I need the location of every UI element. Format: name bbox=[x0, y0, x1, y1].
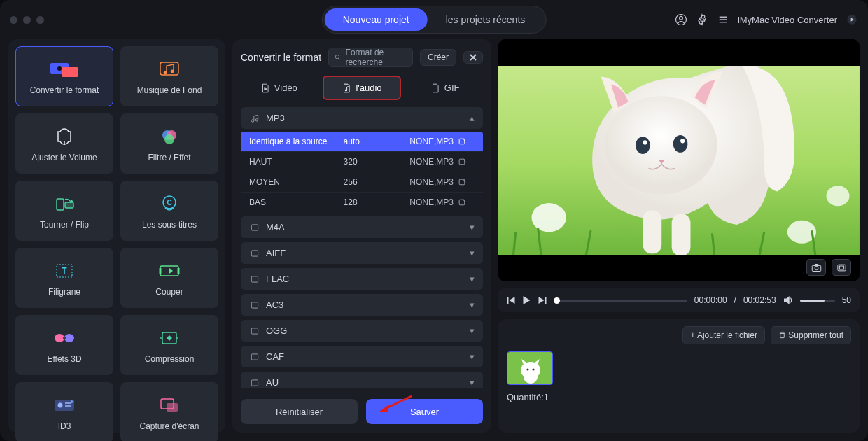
minimize-window-icon[interactable] bbox=[23, 16, 31, 24]
reset-button[interactable]: Réinitialiser bbox=[241, 399, 358, 424]
tool-filtre-effet[interactable]: Filtre / Effet bbox=[120, 113, 218, 174]
preset-row[interactable]: HAUT 320 NONE,MP3 bbox=[241, 151, 483, 172]
queue-count: Quantité:1 bbox=[507, 392, 851, 402]
svg-rect-54 bbox=[251, 224, 258, 230]
create-button[interactable]: Créer bbox=[420, 49, 456, 66]
tool-compression[interactable]: Compression bbox=[120, 315, 218, 375]
close-window-icon[interactable] bbox=[10, 16, 18, 24]
edit-preset-icon[interactable] bbox=[458, 137, 475, 146]
tab-nouveau-projet[interactable]: Nouveau projet bbox=[325, 8, 428, 31]
tool-id3[interactable]: ID3 bbox=[15, 382, 113, 441]
tool-capture-ecran[interactable]: Capture d'écran bbox=[120, 382, 218, 441]
svg-point-10 bbox=[57, 66, 62, 71]
id3-icon bbox=[52, 393, 76, 417]
svg-marker-87 bbox=[524, 296, 531, 304]
volume-value: 50 bbox=[842, 295, 851, 305]
close-icon bbox=[470, 54, 477, 61]
svg-point-37 bbox=[58, 403, 63, 408]
category-ogg[interactable]: OGG▾ bbox=[241, 320, 483, 342]
svg-point-96 bbox=[524, 371, 538, 384]
svg-rect-73 bbox=[672, 214, 691, 256]
edit-preset-icon[interactable] bbox=[458, 158, 475, 167]
zoom-window-icon[interactable] bbox=[36, 16, 44, 24]
category-aiff[interactable]: AIFF▾ bbox=[241, 242, 483, 264]
edit-preset-icon[interactable] bbox=[458, 178, 475, 187]
seek-slider[interactable] bbox=[554, 300, 687, 302]
tool-label: Les sous-titres bbox=[142, 220, 197, 230]
account-icon[interactable] bbox=[675, 13, 687, 26]
svg-point-98 bbox=[532, 368, 534, 370]
time-current: 00:00:00 bbox=[694, 295, 727, 305]
category-flac[interactable]: FLAC▾ bbox=[241, 268, 483, 290]
tool-couper[interactable]: Couper bbox=[120, 248, 218, 308]
tool-convertir-le-format[interactable]: Convertir le format bbox=[15, 46, 113, 106]
remove-all-button[interactable]: Supprimer tout bbox=[771, 326, 851, 344]
close-panel-button[interactable] bbox=[463, 51, 483, 64]
mute-button[interactable] bbox=[783, 296, 793, 304]
svg-rect-84 bbox=[839, 266, 844, 270]
chevron-down-icon: ▾ bbox=[470, 377, 475, 388]
playback-bar: 00:00:00 / 00:02:53 50 bbox=[498, 288, 860, 312]
music-icon bbox=[158, 57, 181, 81]
tool-effets-3d[interactable]: Effets 3D bbox=[15, 315, 113, 375]
svg-rect-85 bbox=[507, 297, 509, 304]
svg-rect-9 bbox=[62, 67, 78, 77]
svg-point-42 bbox=[335, 55, 339, 58]
rotate-icon bbox=[53, 192, 76, 216]
chevron-down-icon: ▾ bbox=[470, 222, 475, 232]
svg-rect-55 bbox=[251, 250, 258, 255]
tool-label: Effets 3D bbox=[47, 354, 81, 364]
format-search-input[interactable]: Format de recherche bbox=[328, 48, 413, 67]
trash-icon bbox=[778, 331, 786, 339]
file-video-icon bbox=[260, 83, 270, 93]
svg-rect-91 bbox=[780, 333, 785, 337]
app-play-icon[interactable] bbox=[846, 13, 858, 26]
svg-text:T: T bbox=[62, 266, 67, 276]
tool-sous-titres[interactable]: C Les sous-titres bbox=[120, 181, 218, 241]
tool-tourner-flip[interactable]: Tourner / Flip bbox=[15, 181, 113, 241]
svg-point-48 bbox=[251, 119, 254, 122]
preset-row[interactable]: BAS 128 NONE,MP3 bbox=[241, 192, 483, 212]
svg-rect-59 bbox=[251, 354, 258, 359]
tool-musique-de-fond[interactable]: Musique de Fond bbox=[120, 46, 218, 106]
snapshot-button[interactable] bbox=[806, 259, 826, 276]
add-file-button[interactable]: + Ajouter le fichier bbox=[682, 326, 765, 344]
edit-preset-icon[interactable] bbox=[458, 198, 475, 207]
titlebar: Nouveau projet les projets récents iMyMa… bbox=[0, 0, 868, 39]
fullscreen-button[interactable] bbox=[832, 259, 851, 276]
svg-point-49 bbox=[255, 118, 258, 121]
volume-slider[interactable] bbox=[800, 300, 835, 302]
prev-button[interactable] bbox=[507, 296, 516, 304]
play-button[interactable] bbox=[523, 296, 531, 304]
category-m4a[interactable]: M4A▾ bbox=[241, 216, 483, 238]
category-ac3[interactable]: AC3▾ bbox=[241, 294, 483, 316]
preset-row[interactable]: MOYEN 256 NONE,MP3 bbox=[241, 172, 483, 192]
tool-filigrane[interactable]: T Filigrane bbox=[15, 248, 113, 308]
queue-thumb[interactable] bbox=[507, 351, 553, 385]
tab-gif[interactable]: GIF bbox=[407, 76, 483, 100]
preset-row[interactable]: Identique à la source auto NONE,MP3 bbox=[241, 132, 483, 151]
category-mp3[interactable]: MP3 ▴ bbox=[241, 107, 483, 129]
app-title: iMyMac Video Converter bbox=[738, 15, 837, 25]
play-icon bbox=[523, 296, 531, 304]
file-gif-icon bbox=[430, 83, 440, 93]
category-au[interactable]: AU▾ bbox=[241, 372, 483, 388]
compress-icon bbox=[158, 326, 181, 350]
svg-text:C: C bbox=[167, 199, 172, 206]
svg-point-66 bbox=[827, 186, 850, 206]
project-tabs: Nouveau projet les projets récents bbox=[322, 6, 547, 34]
tab-projets-recents[interactable]: les projets récents bbox=[428, 8, 544, 31]
next-icon bbox=[538, 296, 547, 304]
tab-video[interactable]: Vidéo bbox=[241, 76, 317, 100]
preview-panel: 00:00:00 / 00:02:53 50 + Ajouter le fich… bbox=[498, 39, 860, 433]
svg-point-30 bbox=[64, 334, 74, 342]
fullscreen-icon bbox=[836, 263, 847, 272]
save-button[interactable]: Sauver bbox=[366, 399, 483, 424]
next-button[interactable] bbox=[538, 296, 547, 304]
window-controls bbox=[10, 16, 44, 24]
settings-icon[interactable] bbox=[696, 13, 708, 26]
menu-icon[interactable] bbox=[717, 13, 729, 26]
tool-ajuster-le-volume[interactable]: Ajuster le Volume bbox=[15, 113, 113, 174]
tab-audio[interactable]: l'audio bbox=[323, 76, 402, 100]
category-caf[interactable]: CAF▾ bbox=[241, 346, 483, 368]
